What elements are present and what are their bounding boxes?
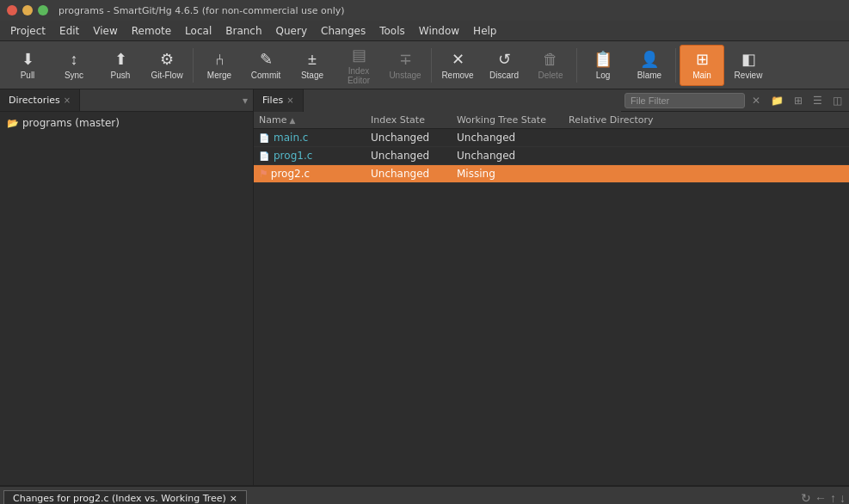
main-icon: ⊞ <box>696 50 709 69</box>
tab-files-label: Files <box>262 95 283 106</box>
menu-changes[interactable]: Changes <box>314 23 372 39</box>
stage-button[interactable]: ± Stage <box>290 45 335 86</box>
merge-icon: ⑃ <box>215 51 225 69</box>
tab-files-close[interactable]: × <box>286 95 293 105</box>
file-view-btn2[interactable]: ☰ <box>809 93 826 108</box>
file-name-prog1-c: prog1.c <box>274 150 312 162</box>
push-label: Push <box>111 71 131 80</box>
file-index-main-c: Unchanged <box>366 129 452 146</box>
file-dir-prog1-c <box>563 153 675 158</box>
discard-icon: ↺ <box>498 50 511 69</box>
dir-item-label: programs (master) <box>22 117 120 129</box>
file-index-prog2-c: Unchanged <box>366 165 452 182</box>
menu-tools[interactable]: Tools <box>372 23 412 39</box>
blame-button[interactable]: 👤 Blame <box>627 45 672 86</box>
diff-refresh-btn[interactable]: ↻ <box>801 491 811 505</box>
col-header-dir: Relative Directory <box>563 112 675 128</box>
file-working-prog1-c: Unchanged <box>452 147 563 164</box>
menu-project[interactable]: Project <box>3 23 52 39</box>
review-button[interactable]: ◧ Review <box>726 45 771 86</box>
log-button[interactable]: 📋 Log <box>581 45 625 86</box>
menu-view[interactable]: View <box>86 23 124 39</box>
diff-controls: ↻ ← ↑ ↓ <box>801 491 846 505</box>
file-row-main-c[interactable]: 📄 main.c Unchanged Unchanged <box>254 129 849 147</box>
file-filter-clear[interactable]: ✕ <box>748 93 764 108</box>
dir-item-programs[interactable]: 📂 programs (master) <box>3 115 249 131</box>
tab-directories-close[interactable]: × <box>64 95 71 105</box>
diff-tab-close[interactable]: × <box>230 493 237 504</box>
toolbar-separator-3 <box>576 48 577 83</box>
log-label: Log <box>596 71 611 80</box>
remove-button[interactable]: ✕ Remove <box>435 45 480 86</box>
pull-button[interactable]: ⬇ Pull <box>5 45 50 86</box>
tab-directories[interactable]: Directories × <box>0 89 80 111</box>
unstage-button[interactable]: ∓ Unstage <box>383 45 428 86</box>
index-editor-button[interactable]: ▤ Index Editor <box>336 45 381 86</box>
diff-tab-bar: Changes for prog2.c (Index vs. Working T… <box>0 487 849 504</box>
sync-button[interactable]: ↕ Sync <box>52 45 96 86</box>
title-bar: programs - SmartGit/Hg 4.6.5 (for non-co… <box>0 0 849 21</box>
merge-label: Merge <box>207 71 231 80</box>
bottom-half: Changes for prog2.c (Index vs. Working T… <box>0 485 849 504</box>
commit-button[interactable]: ✎ Commit <box>243 45 288 86</box>
blame-icon: 👤 <box>640 50 659 69</box>
toolbar: ⬇ Pull ↕ Sync ⬆ Push ⚙ Git-Flow ⑃ Merge … <box>0 41 849 89</box>
file-filter-input[interactable] <box>624 93 745 108</box>
remove-label: Remove <box>441 71 473 80</box>
review-icon: ◧ <box>741 50 756 69</box>
folder-icon: 📂 <box>7 118 19 129</box>
directory-tree: 📂 programs (master) <box>0 112 253 485</box>
blame-label: Blame <box>637 71 661 80</box>
review-label: Review <box>735 71 763 80</box>
menu-edit[interactable]: Edit <box>52 23 86 39</box>
menu-local[interactable]: Local <box>178 23 218 39</box>
file-view-btn3[interactable]: ◫ <box>829 93 846 108</box>
menu-help[interactable]: Help <box>466 23 503 39</box>
menu-query[interactable]: Query <box>269 23 314 39</box>
file-working-prog2-c: Missing <box>452 165 563 182</box>
tab-directories-label: Directories <box>9 95 60 106</box>
maximize-button[interactable] <box>38 5 48 15</box>
menu-window[interactable]: Window <box>412 23 466 39</box>
gitflow-label: Git-Flow <box>151 71 182 80</box>
window-title: programs - SmartGit/Hg 4.6.5 (for non-co… <box>58 5 345 16</box>
push-button[interactable]: ⬆ Push <box>98 45 143 86</box>
pull-icon: ⬇ <box>22 50 34 69</box>
minimize-button[interactable] <box>22 5 33 15</box>
delete-label: Delete <box>538 71 563 80</box>
discard-button[interactable]: ↺ Discard <box>482 45 526 86</box>
files-header: Files × ✕ 📁 ⊞ ☰ ◫ <box>254 89 849 112</box>
conflict-icon-prog2-c: ⚑ <box>259 168 268 180</box>
index-editor-label: Index Editor <box>337 66 380 85</box>
log-icon: 📋 <box>594 50 612 69</box>
menu-branch[interactable]: Branch <box>218 23 268 39</box>
directories-panel: Directories × ▾ 📂 programs (master) <box>0 89 254 485</box>
tab-diff[interactable]: Changes for prog2.c (Index vs. Working T… <box>3 490 247 505</box>
diff-up-btn[interactable]: ↑ <box>830 491 836 505</box>
sync-icon: ↕ <box>71 51 78 69</box>
col-header-index: Index State <box>366 112 452 128</box>
toolbar-separator-2 <box>431 48 432 83</box>
remove-icon: ✕ <box>452 50 464 69</box>
discard-label: Discard <box>489 71 519 80</box>
main-button[interactable]: ⊞ Main <box>680 45 724 86</box>
close-button[interactable] <box>7 5 17 15</box>
merge-button[interactable]: ⑃ Merge <box>197 45 242 86</box>
directories-tab-dropdown[interactable]: ▾ <box>237 95 253 107</box>
file-name-prog2-c: prog2.c <box>271 168 310 180</box>
diff-down-btn[interactable]: ↓ <box>840 491 846 505</box>
file-folder-btn[interactable]: 📁 <box>767 93 787 108</box>
file-row-prog2-c[interactable]: ⚑ prog2.c Unchanged Missing <box>254 165 849 183</box>
tab-files[interactable]: Files × <box>254 89 304 112</box>
col-header-name: Name ▲ <box>254 112 366 128</box>
file-index-prog1-c: Unchanged <box>366 147 452 164</box>
files-panel: Files × ✕ 📁 ⊞ ☰ ◫ Name ▲ Index State <box>254 89 849 485</box>
file-view-btn1[interactable]: ⊞ <box>791 93 806 108</box>
diff-back-btn[interactable]: ← <box>815 491 827 505</box>
delete-button[interactable]: 🗑 Delete <box>528 45 573 86</box>
menu-remote[interactable]: Remote <box>125 23 178 39</box>
file-row-prog1-c[interactable]: 📄 prog1.c Unchanged Unchanged <box>254 147 849 165</box>
file-icon-main-c: 📄 <box>259 133 269 143</box>
gitflow-button[interactable]: ⚙ Git-Flow <box>145 45 189 86</box>
commit-label: Commit <box>251 71 280 80</box>
